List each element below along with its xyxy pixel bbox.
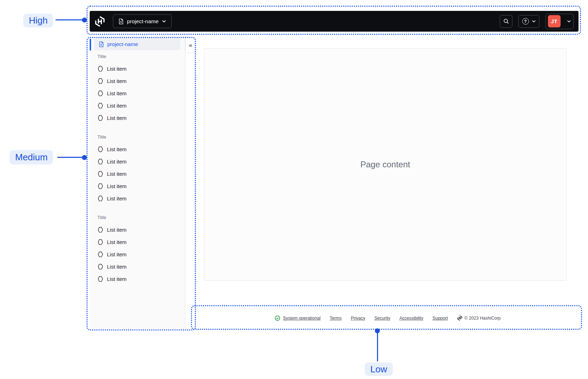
page-content-placeholder: Page content xyxy=(360,160,410,169)
annotation-dot-medium xyxy=(82,155,87,160)
annotation-box-high xyxy=(87,6,581,35)
annotation-connector-high xyxy=(56,19,83,20)
annotation-label-low: Low xyxy=(365,362,393,376)
page-content-area: Page content xyxy=(204,48,567,281)
annotation-dot-low xyxy=(375,328,380,333)
annotation-label-medium: Medium xyxy=(9,150,53,165)
page: project-name ? JT xyxy=(0,0,588,379)
annotation-connector-medium xyxy=(57,157,83,158)
annotation-dot-high xyxy=(82,18,87,23)
annotation-label-high: High xyxy=(23,14,53,27)
annotation-box-medium xyxy=(87,37,196,330)
annotation-box-low xyxy=(191,305,582,330)
annotation-connector-low xyxy=(377,332,378,361)
